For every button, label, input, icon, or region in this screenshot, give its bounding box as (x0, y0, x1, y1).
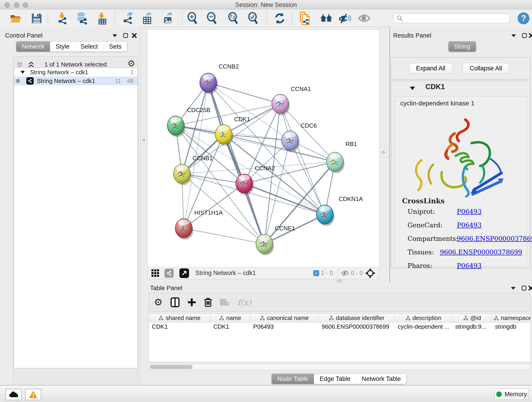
collapse-all-button[interactable]: Collapse All (462, 63, 509, 74)
table-settings-gear-icon[interactable]: ⚙ (154, 298, 163, 307)
column-header-sharedname[interactable]: shared name (149, 314, 210, 322)
edge-CCNA1-CDKN1A[interactable] (280, 104, 325, 215)
node-HIST1H1A[interactable] (175, 219, 193, 240)
search-input[interactable] (403, 15, 505, 22)
export-network-button[interactable] (121, 12, 134, 25)
houses-button[interactable] (320, 12, 333, 25)
table-scrollbar-thumb[interactable] (150, 365, 192, 369)
function-builder-icon[interactable]: f(x) (237, 298, 252, 307)
node-CDC6[interactable] (282, 131, 300, 152)
zoom-in-button[interactable] (186, 12, 199, 25)
column-header-id[interactable]: @id (452, 314, 492, 322)
crosslink-value-link[interactable]: 9606.ENSP00000378699 (457, 235, 532, 242)
results-panel-collapse-icon[interactable] (511, 33, 516, 38)
refresh-icon (274, 12, 286, 24)
column-header-description[interactable]: description (395, 314, 452, 322)
add-column-icon[interactable] (187, 298, 196, 307)
control-panel-close-icon[interactable] (132, 33, 137, 38)
export-table-button[interactable] (140, 12, 153, 25)
tab-style[interactable]: Style (50, 41, 75, 51)
tab-network[interactable]: Network (16, 41, 50, 51)
new-network-from-selection-button[interactable] (298, 12, 311, 25)
grid-view-icon[interactable] (151, 269, 159, 277)
node-CCNA1[interactable] (272, 94, 290, 115)
reposition-crosshair-icon[interactable] (365, 268, 375, 278)
collapse-all-networks-icon[interactable] (17, 61, 23, 68)
tab-select[interactable]: Select (75, 41, 103, 51)
table-horizontal-scrollbar[interactable] (149, 364, 531, 370)
node-CDK1[interactable] (215, 125, 233, 146)
edge-CCNE1-HIST1H1A[interactable] (184, 228, 264, 244)
left-splitter-handle[interactable] (140, 137, 147, 143)
node-RB1[interactable] (326, 152, 345, 173)
warnings-button[interactable] (25, 389, 41, 400)
tree-expander-icon[interactable] (20, 70, 25, 74)
table-panel-float-icon[interactable] (521, 286, 526, 291)
memory-button[interactable]: Memory (494, 389, 529, 400)
help-button[interactable]: ? (518, 12, 530, 24)
column-header-canonicalname[interactable]: canonical name (250, 314, 319, 322)
warning-icon (29, 390, 38, 399)
import-network-database-button[interactable] (75, 12, 88, 25)
expand-all-networks-icon[interactable] (28, 61, 34, 68)
network-row[interactable]: String Network – cdk1 11 48 (14, 77, 138, 85)
node-CDKN1A[interactable] (317, 205, 335, 226)
cloud-status-button[interactable] (6, 389, 22, 400)
tab-edge-table[interactable]: Edge Table (314, 374, 356, 384)
node-CDC25B[interactable] (167, 116, 185, 137)
open-session-button[interactable] (9, 12, 22, 25)
edge-CCNB1-CDKN1A[interactable] (182, 174, 325, 215)
right-splitter-handle[interactable] (380, 149, 387, 156)
crosslink-value-link[interactable]: P06493 (457, 262, 481, 269)
table-row[interactable]: CDK1CDK1P064939606.ENSP00000378699cyclin… (149, 322, 530, 331)
control-panel-collapse-icon[interactable] (112, 33, 118, 38)
selected-count-checkbox[interactable]: ✓ (313, 270, 319, 276)
results-panel-float-icon[interactable] (522, 33, 527, 38)
protein-section-expander-icon[interactable] (409, 86, 415, 90)
table-panel-title: Table Panel (150, 285, 182, 292)
tab-sets[interactable]: Sets (103, 41, 127, 51)
eye-icon (358, 13, 371, 23)
expand-all-button[interactable]: Expand All (409, 63, 452, 74)
tab-network-table[interactable]: Network Table (356, 374, 406, 384)
show-all-button[interactable] (358, 12, 371, 25)
birds-eye-view-icon[interactable] (179, 268, 189, 278)
tab-node-table[interactable]: Node Table (272, 374, 314, 384)
import-network-file-button[interactable] (56, 12, 68, 25)
column-header-name[interactable]: name (210, 314, 250, 322)
delete-table-icon[interactable] (220, 299, 230, 306)
control-panel-float-icon[interactable] (123, 33, 128, 38)
delete-column-trash-icon[interactable] (204, 297, 212, 307)
column-header-databaseidentifier[interactable]: database identifier (319, 314, 395, 322)
network-collection-row[interactable]: String Network – cdk1 1 (14, 68, 138, 77)
network-label: String Network – cdk1 (37, 77, 95, 85)
edge-CCNA1-CCNE1[interactable] (264, 104, 280, 244)
node-CCNE1[interactable] (256, 234, 274, 255)
crosslink-value-link[interactable]: P06493 (457, 221, 481, 229)
export-image-button[interactable] (162, 12, 174, 25)
hide-selected-button[interactable] (339, 12, 351, 25)
show-columns-icon[interactable] (171, 297, 180, 307)
edge-CCNB2-CCNA1[interactable] (208, 83, 280, 104)
crosslink-value-link[interactable]: 9606.ENSP00000378699 (440, 249, 522, 256)
column-header-namespace[interactable]: namespace (492, 314, 531, 322)
results-panel-close-icon[interactable] (529, 33, 532, 38)
network-graph[interactable]: CCNB2CCNA1CDC25BCDK1CDC6RB1CCNB1CCNA2CDK… (147, 30, 380, 267)
network-options-gear-icon[interactable]: ⚙ (127, 59, 135, 68)
save-session-button[interactable] (30, 12, 43, 25)
apply-layout-button[interactable] (273, 12, 286, 25)
network-share-view-icon[interactable] (165, 269, 174, 278)
table-panel-collapse-icon[interactable] (510, 286, 516, 290)
import-table-button[interactable] (95, 12, 108, 25)
edge-CDC6-CCNA2[interactable] (244, 140, 290, 184)
edge-CDK1-CCNA1[interactable] (224, 104, 280, 134)
zoom-out-button[interactable] (206, 12, 218, 25)
tab-string[interactable]: String (449, 41, 476, 51)
zoom-selected-button[interactable] (247, 12, 260, 25)
network-canvas[interactable]: CCNB2CCNA1CDC25BCDK1CDC6RB1CCNB1CCNA2CDK… (147, 29, 380, 267)
crosslink-value-link[interactable]: P06493 (457, 208, 481, 216)
hidden-count-eye-icon[interactable] (341, 270, 349, 276)
zoom-fit-button[interactable] (227, 12, 240, 25)
protein-name: CDK1 (425, 83, 445, 91)
table-panel-close-icon[interactable] (528, 286, 532, 291)
